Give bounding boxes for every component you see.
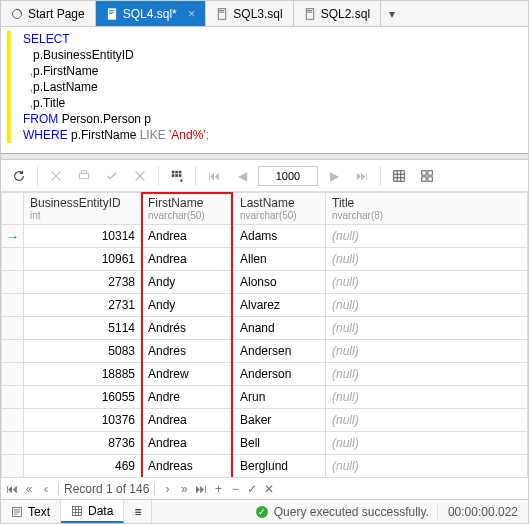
- grid-options-button[interactable]: [165, 164, 189, 188]
- menu-dropdown-button[interactable]: ≡: [124, 500, 152, 523]
- cell-id[interactable]: 8736: [24, 432, 142, 455]
- grid-view-button[interactable]: [387, 164, 411, 188]
- cell-firstname[interactable]: Andre: [142, 386, 234, 409]
- tab-start-page[interactable]: Start Page: [1, 1, 96, 26]
- nav-cancel-button[interactable]: ✕: [262, 482, 276, 496]
- cell-id[interactable]: 18885: [24, 363, 142, 386]
- cell-title[interactable]: (null): [326, 225, 528, 248]
- refresh-button[interactable]: [7, 164, 31, 188]
- commit-button[interactable]: [100, 164, 124, 188]
- table-row[interactable]: 10376AndreaBaker(null): [2, 409, 528, 432]
- table-row[interactable]: 8736AndreaBell(null): [2, 432, 528, 455]
- cell-firstname[interactable]: Andreas: [142, 455, 234, 478]
- table-row[interactable]: 10961AndreaAllen(null): [2, 248, 528, 271]
- cell-id[interactable]: 16055: [24, 386, 142, 409]
- tab-sql4[interactable]: SQL4.sql* ×: [96, 1, 207, 26]
- cell-lastname[interactable]: Alonso: [234, 271, 326, 294]
- nav-last-button[interactable]: ⏭: [194, 482, 208, 496]
- table-row[interactable]: 5114AndrésAnand(null): [2, 317, 528, 340]
- cell-lastname[interactable]: Arun: [234, 386, 326, 409]
- cell-firstname[interactable]: Andrea: [142, 248, 234, 271]
- page-size-input[interactable]: [258, 166, 318, 186]
- cell-lastname[interactable]: Berglund: [234, 455, 326, 478]
- nav-prev-button[interactable]: ‹: [39, 482, 53, 496]
- tab-sql3[interactable]: SQL3.sql: [206, 1, 293, 26]
- cell-lastname[interactable]: Anderson: [234, 363, 326, 386]
- cell-title[interactable]: (null): [326, 432, 528, 455]
- col-header-title[interactable]: Titlenvarchar(8): [326, 193, 528, 225]
- col-header-id[interactable]: BusinessEntityIDint: [24, 193, 142, 225]
- nav-commit-button[interactable]: ✓: [245, 482, 259, 496]
- cell-firstname[interactable]: Andy: [142, 271, 234, 294]
- data-tab[interactable]: Data: [61, 500, 124, 523]
- cell-id[interactable]: 5114: [24, 317, 142, 340]
- results-grid[interactable]: BusinessEntityIDint FirstNamenvarchar(50…: [1, 192, 528, 477]
- nav-next-page-button[interactable]: »: [177, 482, 191, 496]
- cell-title[interactable]: (null): [326, 294, 528, 317]
- row-indicator: [2, 271, 24, 294]
- cell-id[interactable]: 469: [24, 455, 142, 478]
- cell-title[interactable]: (null): [326, 409, 528, 432]
- cell-lastname[interactable]: Bell: [234, 432, 326, 455]
- nav-next-button[interactable]: ›: [160, 482, 174, 496]
- table-row[interactable]: 5083AndresAndersen(null): [2, 340, 528, 363]
- cancel-button[interactable]: [44, 164, 68, 188]
- text-tab[interactable]: Text: [1, 500, 61, 523]
- start-page-icon: [11, 8, 23, 20]
- rollback-button[interactable]: [128, 164, 152, 188]
- cell-title[interactable]: (null): [326, 363, 528, 386]
- cell-firstname[interactable]: Andrea: [142, 225, 234, 248]
- table-row[interactable]: 2738AndyAlonso(null): [2, 271, 528, 294]
- prev-page-button[interactable]: ◀: [230, 164, 254, 188]
- svg-rect-7: [219, 11, 224, 12]
- print-button[interactable]: [72, 164, 96, 188]
- cell-id[interactable]: 5083: [24, 340, 142, 363]
- sql-editor[interactable]: SELECT p.BusinessEntityID ,p.FirstName ,…: [1, 27, 528, 154]
- tab-sql2[interactable]: SQL2.sql: [294, 1, 381, 26]
- cell-firstname[interactable]: Andrea: [142, 432, 234, 455]
- nav-prev-page-button[interactable]: «: [22, 482, 36, 496]
- last-page-button[interactable]: ⏭: [350, 164, 374, 188]
- cell-firstname[interactable]: Andrew: [142, 363, 234, 386]
- table-row[interactable]: →10314AndreaAdams(null): [2, 225, 528, 248]
- cell-firstname[interactable]: Andrés: [142, 317, 234, 340]
- table-row[interactable]: 16055AndreArun(null): [2, 386, 528, 409]
- cell-title[interactable]: (null): [326, 340, 528, 363]
- cell-lastname[interactable]: Anand: [234, 317, 326, 340]
- col-header-lastname[interactable]: LastNamenvarchar(50): [234, 193, 326, 225]
- cell-title[interactable]: (null): [326, 248, 528, 271]
- tab-overflow-dropdown[interactable]: ▾: [381, 1, 403, 26]
- record-navigator: ⏮ « ‹ Record 1 of 146 › » ⏭ + − ✓ ✕: [1, 477, 528, 499]
- cell-title[interactable]: (null): [326, 317, 528, 340]
- close-icon[interactable]: ×: [188, 6, 196, 21]
- table-row[interactable]: 469AndreasBerglund(null): [2, 455, 528, 478]
- table-row[interactable]: 2731AndyAlvarez(null): [2, 294, 528, 317]
- cell-id[interactable]: 10376: [24, 409, 142, 432]
- tab-label: Start Page: [28, 7, 85, 21]
- cell-lastname[interactable]: Allen: [234, 248, 326, 271]
- nav-remove-button[interactable]: −: [228, 482, 242, 496]
- nav-add-button[interactable]: +: [211, 482, 225, 496]
- cell-lastname[interactable]: Andersen: [234, 340, 326, 363]
- cell-firstname[interactable]: Andres: [142, 340, 234, 363]
- row-indicator: [2, 386, 24, 409]
- cell-title[interactable]: (null): [326, 271, 528, 294]
- cell-title[interactable]: (null): [326, 386, 528, 409]
- svg-rect-21: [428, 170, 432, 174]
- cell-lastname[interactable]: Baker: [234, 409, 326, 432]
- cell-firstname[interactable]: Andrea: [142, 409, 234, 432]
- cell-lastname[interactable]: Alvarez: [234, 294, 326, 317]
- col-header-firstname[interactable]: FirstNamenvarchar(50): [142, 193, 234, 225]
- next-page-button[interactable]: ▶: [322, 164, 346, 188]
- cell-id[interactable]: 10961: [24, 248, 142, 271]
- cell-title[interactable]: (null): [326, 455, 528, 478]
- nav-first-button[interactable]: ⏮: [5, 482, 19, 496]
- cell-id[interactable]: 10314: [24, 225, 142, 248]
- cell-firstname[interactable]: Andy: [142, 294, 234, 317]
- table-row[interactable]: 18885AndrewAnderson(null): [2, 363, 528, 386]
- cell-id[interactable]: 2738: [24, 271, 142, 294]
- cell-id[interactable]: 2731: [24, 294, 142, 317]
- card-view-button[interactable]: [415, 164, 439, 188]
- cell-lastname[interactable]: Adams: [234, 225, 326, 248]
- first-page-button[interactable]: ⏮: [202, 164, 226, 188]
